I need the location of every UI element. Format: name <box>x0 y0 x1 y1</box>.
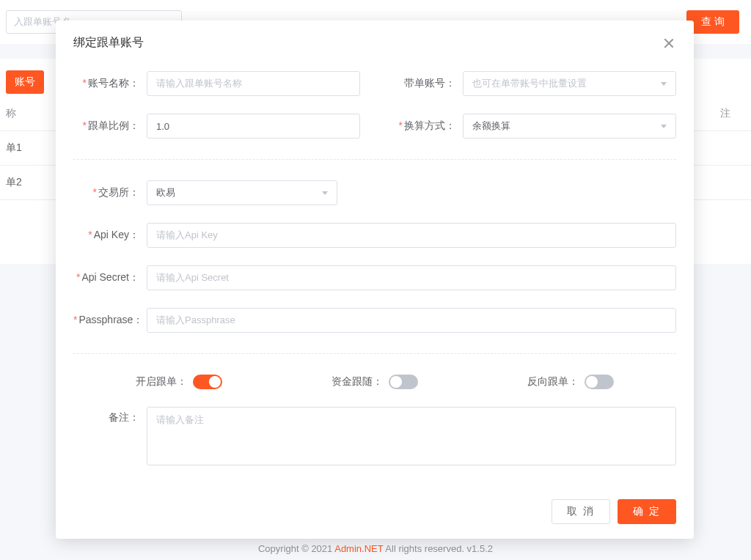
label-text: 交易所 <box>98 186 129 198</box>
remark-textarea[interactable] <box>147 407 676 465</box>
label-convert-mode: *换算方式： <box>389 119 463 133</box>
api-secret-input[interactable]: 请输入Api Secret <box>147 265 676 290</box>
cancel-button[interactable]: 取 消 <box>552 499 610 524</box>
dialog-body: *账号名称： 请输入跟单账号名称 带单账号： 也可在单带账号中批量设置 *跟单比… <box>56 56 694 490</box>
switch-knob <box>209 376 221 388</box>
label-text: Api Key <box>94 229 129 240</box>
label-text: 换算方式 <box>404 119 445 131</box>
form-item-remark: 备注： <box>73 407 676 465</box>
toggle-label: 开启跟单： <box>136 375 187 388</box>
form-item-lead-account: 带单账号： 也可在单带账号中批量设置 <box>389 71 676 96</box>
label-account-name: *账号名称： <box>73 77 147 90</box>
toggle-label: 反向跟单： <box>527 375 579 388</box>
divider <box>73 159 676 160</box>
label-lead-account: 带单账号： <box>389 77 463 90</box>
label-passphrase: *Passphrase： <box>73 314 147 327</box>
account-name-input[interactable]: 请输入跟单账号名称 <box>147 71 360 96</box>
switch-knob <box>390 376 402 388</box>
enable-follow-switch[interactable] <box>193 375 222 389</box>
passphrase-input[interactable]: 请输入Passphrase <box>147 308 676 333</box>
toggle-row: 开启跟单： 资金跟随： 反向跟单： <box>73 375 676 389</box>
label-api-key: *Api Key： <box>73 229 147 242</box>
form-row: *交易所： 欧易 <box>73 180 676 205</box>
form-item-passphrase: *Passphrase： 请输入Passphrase <box>73 308 676 333</box>
form-row: *Passphrase： 请输入Passphrase <box>73 308 676 333</box>
select-placeholder: 也可在单带账号中批量设置 <box>472 77 587 90</box>
form-item-follow-ratio: *跟单比例： 1.0 <box>73 114 360 139</box>
label-remark: 备注： <box>73 407 147 424</box>
select-value: 欧易 <box>156 186 175 199</box>
chevron-down-icon <box>661 82 667 86</box>
form-item-account-name: *账号名称： 请输入跟单账号名称 <box>73 71 360 96</box>
form-item-exchange: *交易所： 欧易 <box>73 180 676 205</box>
label-api-secret: *Api Secret： <box>73 271 147 284</box>
form-row: 备注： <box>73 407 676 465</box>
close-icon[interactable] <box>662 36 676 51</box>
form-item-convert-mode: *换算方式： 余额换算 <box>389 114 676 139</box>
label-text: 跟单比例 <box>88 119 129 131</box>
dialog-title: 绑定跟单账号 <box>73 35 144 51</box>
fund-follow-switch[interactable] <box>389 375 418 389</box>
convert-mode-select[interactable]: 余额换算 <box>463 114 676 139</box>
dialog-header: 绑定跟单账号 <box>56 21 694 56</box>
form-row: *账号名称： 请输入跟单账号名称 带单账号： 也可在单带账号中批量设置 <box>73 71 676 96</box>
label-text: 账号名称 <box>88 77 129 89</box>
dialog-footer: 取 消 确 定 <box>56 490 694 539</box>
toggle-label: 资金跟随： <box>331 375 383 388</box>
bind-account-dialog: 绑定跟单账号 *账号名称： 请输入跟单账号名称 带单账号： 也可在单带账号中批量… <box>56 21 694 539</box>
reverse-follow-switch[interactable] <box>585 375 614 389</box>
select-value: 余额换算 <box>472 119 510 133</box>
divider <box>73 353 676 354</box>
chevron-down-icon <box>322 191 328 195</box>
switch-knob <box>586 376 598 388</box>
label-text: 带单账号 <box>404 77 445 89</box>
toggle-reverse-follow: 反向跟单： <box>527 375 614 389</box>
exchange-select[interactable]: 欧易 <box>147 180 337 205</box>
form-item-api-key: *Api Key： 请输入Api Key <box>73 223 676 248</box>
follow-ratio-input[interactable]: 1.0 <box>147 114 360 139</box>
label-follow-ratio: *跟单比例： <box>73 119 147 133</box>
label-exchange: *交易所： <box>73 186 147 199</box>
toggle-enable-follow: 开启跟单： <box>136 375 222 389</box>
form-item-api-secret: *Api Secret： 请输入Api Secret <box>73 265 676 290</box>
form-row: *跟单比例： 1.0 *换算方式： 余额换算 <box>73 114 676 139</box>
lead-account-select[interactable]: 也可在单带账号中批量设置 <box>463 71 676 96</box>
label-text: Passphrase <box>78 314 133 325</box>
label-text: 备注 <box>109 411 129 423</box>
label-text: Api Secret <box>81 271 129 283</box>
toggle-fund-follow: 资金跟随： <box>331 375 418 389</box>
confirm-button[interactable]: 确 定 <box>618 499 676 524</box>
chevron-down-icon <box>661 125 667 128</box>
form-row: *Api Key： 请输入Api Key <box>73 223 676 248</box>
api-key-input[interactable]: 请输入Api Key <box>147 223 676 248</box>
form-row: *Api Secret： 请输入Api Secret <box>73 265 676 290</box>
